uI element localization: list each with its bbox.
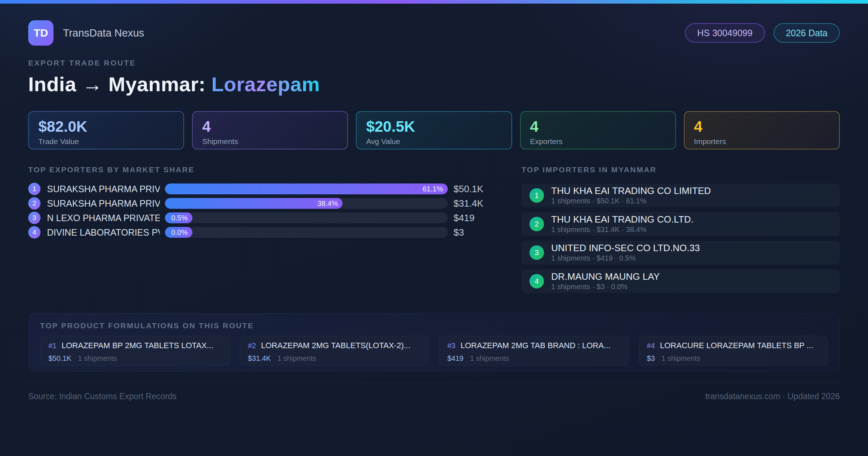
hs-code-badge[interactable]: HS 30049099 [685, 23, 765, 43]
market-share-bar-track: 0.0% [165, 227, 448, 238]
importer-name: UNITED INFO-SEC CO LTD.NO.33 [551, 243, 700, 253]
product-name: LORAZEPAM 2MG TABLETS(LOTAX-2)... [261, 341, 410, 350]
market-share-bar-track: 0.5% [165, 212, 448, 223]
exporter-row: 3 N LEXO PHARMA PRIVATE LIMI... 0.5% $41… [28, 212, 493, 223]
product-shipments: 1 shipments [277, 354, 316, 363]
eyebrow-label: EXPORT TRADE ROUTE [28, 59, 840, 67]
exporter-value: $419 [454, 212, 493, 224]
exporter-name: SURAKSHA PHARMA PRIVATE LI... [47, 198, 160, 209]
market-share-percent: 38.4% [318, 199, 338, 208]
importer-meta: 1 shipments · $50.1K · 61.1% [551, 197, 711, 205]
footer-source: Source: Indian Customs Export Records [28, 392, 176, 401]
importer-meta: 1 shipments · $3 · 0.0% [551, 283, 660, 291]
product-rank: #2 [248, 342, 256, 350]
product-card: #2 LORAZEPAM 2MG TABLETS(LOTAX-2)... $31… [240, 336, 429, 366]
product-meta-line: $419 1 shipments [447, 354, 620, 363]
importer-info: THU KHA EAI TRADING CO LIMITED 1 shipmen… [551, 186, 711, 205]
header: TD TransData Nexus HS 30049099 2026 Data [28, 20, 840, 46]
stat-cards: $82.0K Trade Value 4 Shipments $20.5K Av… [28, 111, 840, 149]
stat-label: Trade Value [38, 137, 174, 146]
importer-card: 4 DR.MAUNG MAUNG LAY 1 shipments · $3 · … [522, 269, 840, 293]
data-year-badge[interactable]: 2026 Data [774, 23, 840, 43]
importer-meta: 1 shipments · $419 · 0.5% [551, 254, 700, 262]
rank-badge: 3 [529, 245, 544, 260]
stat-label: Shipments [202, 137, 338, 146]
page-title: India → Myanmar: Lorazepam [28, 72, 840, 96]
product-name: LORACURE LORAZEPAM TABLETS BP ... [660, 341, 813, 350]
importer-name: THU KHA EAI TRADING CO.LTD. [551, 214, 693, 224]
stat-label: Avg Value [366, 137, 502, 146]
importer-card: 3 UNITED INFO-SEC CO LTD.NO.33 1 shipmen… [522, 241, 840, 265]
rank-badge: 2 [529, 217, 544, 231]
exporter-row: 2 SURAKSHA PHARMA PRIVATE LI... 38.4% $3… [28, 198, 493, 209]
market-share-percent: 0.0% [171, 228, 188, 237]
exporter-row: 1 SURAKSHA PHARMA PRIVATE LI... 61.1% $5… [28, 183, 493, 194]
stat-card-exporters: 4 Exporters [520, 111, 676, 149]
dashboard-page: TD TransData Nexus HS 30049099 2026 Data… [0, 20, 868, 401]
product-meta-line: $3 1 shipments [647, 354, 820, 363]
exporter-value: $3 [454, 227, 493, 238]
market-share-bar-track: 61.1% [165, 183, 448, 194]
importer-name: DR.MAUNG MAUNG LAY [551, 271, 660, 282]
stat-card-importers: 4 Importers [684, 111, 840, 149]
product-value: $50.1K [48, 354, 71, 363]
exporter-name: SURAKSHA PHARMA PRIVATE LI... [47, 184, 160, 194]
importer-name: THU KHA EAI TRADING CO LIMITED [551, 186, 711, 196]
products-panel: TOP PRODUCT FORMULATIONS ON THIS ROUTE #… [28, 313, 840, 372]
importer-info: DR.MAUNG MAUNG LAY 1 shipments · $3 · 0.… [551, 271, 660, 291]
stat-value: $20.5K [366, 118, 502, 136]
market-share-bar: 0.5% [165, 212, 192, 223]
product-cards: #1 LORAZEPAM BP 2MG TABLETS LOTAX... $50… [40, 336, 828, 366]
market-share-bar-track: 38.4% [165, 198, 448, 209]
product-shipments: 1 shipments [78, 354, 117, 363]
exporters-section: TOP EXPORTERS BY MARKET SHARE 1 SURAKSHA… [28, 165, 493, 241]
product-title-line: #4 LORACURE LORAZEPAM TABLETS BP ... [647, 341, 820, 350]
header-badges: HS 30049099 2026 Data [685, 23, 840, 43]
product-card: #4 LORACURE LORAZEPAM TABLETS BP ... $3 … [639, 336, 828, 366]
brand: TD TransData Nexus [28, 20, 144, 46]
top-accent-bar [0, 0, 868, 4]
product-title-line: #1 LORAZEPAM BP 2MG TABLETS LOTAX... [48, 341, 221, 350]
product-value: $419 [447, 354, 464, 363]
product-value: $3 [647, 354, 655, 363]
footer-site: transdatanexus.com · Updated 2026 [705, 392, 840, 401]
product-rank: #4 [647, 342, 655, 350]
page-title-route: India → Myanmar: [28, 73, 211, 96]
market-share-bar: 0.0% [165, 227, 192, 238]
market-share-percent: 0.5% [171, 214, 188, 222]
stat-value: 4 [530, 118, 666, 136]
exporter-value: $31.4K [454, 198, 493, 209]
stat-card-avg-value: $20.5K Avg Value [356, 111, 512, 149]
product-shipments: 1 shipments [470, 354, 509, 363]
brand-logo-text: TD [34, 27, 48, 39]
product-name: LORAZEPAM BP 2MG TABLETS LOTAX... [61, 341, 213, 350]
market-share-percent: 61.1% [422, 185, 443, 193]
product-value: $31.4K [248, 354, 271, 363]
exporter-name: DIVINE LABORATORIES PVT. L... [47, 227, 160, 238]
stat-label: Exporters [530, 137, 666, 146]
exporter-name: N LEXO PHARMA PRIVATE LIMI... [47, 213, 160, 223]
rank-badge: 4 [529, 274, 544, 288]
rank-badge: 4 [28, 226, 41, 238]
product-shipments: 1 shipments [661, 354, 701, 363]
products-heading: TOP PRODUCT FORMULATIONS ON THIS ROUTE [40, 321, 828, 330]
product-card: #3 LORAZEPAM 2MG TAB BRAND : LORA... $41… [439, 336, 629, 366]
product-rank: #3 [447, 342, 455, 350]
stat-value: 4 [202, 118, 338, 136]
market-share-bar: 61.1% [165, 183, 448, 194]
market-share-bar: 38.4% [165, 198, 342, 209]
rank-badge: 2 [28, 197, 41, 210]
product-meta-line: $31.4K 1 shipments [248, 354, 421, 363]
stat-value: $82.0K [38, 118, 174, 136]
importers-section: TOP IMPORTERS IN MYANMAR 1 THU KHA EAI T… [522, 165, 840, 298]
product-title-line: #3 LORAZEPAM 2MG TAB BRAND : LORA... [447, 341, 620, 350]
product-title-line: #2 LORAZEPAM 2MG TABLETS(LOTAX-2)... [248, 341, 421, 350]
brand-logo: TD [28, 20, 54, 46]
importer-info: UNITED INFO-SEC CO LTD.NO.33 1 shipments… [551, 243, 700, 262]
importer-meta: 1 shipments · $31.4K · 38.4% [551, 225, 693, 234]
exporters-heading: TOP EXPORTERS BY MARKET SHARE [28, 165, 493, 174]
rank-badge: 1 [28, 183, 41, 195]
importer-card: 2 THU KHA EAI TRADING CO.LTD. 1 shipment… [522, 212, 840, 236]
page-title-product: Lorazepam [211, 73, 320, 96]
footer: Source: Indian Customs Export Records tr… [28, 383, 840, 401]
